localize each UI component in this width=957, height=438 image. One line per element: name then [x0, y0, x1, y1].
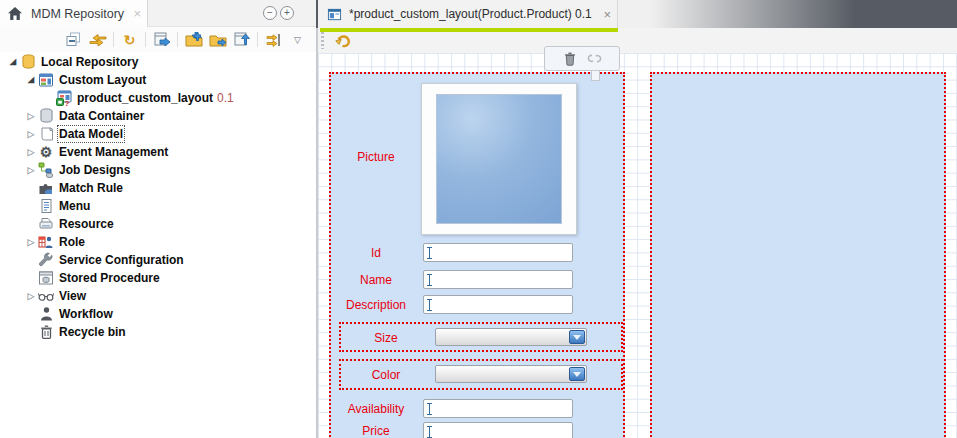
- expand-arrow-icon[interactable]: ◢: [6, 53, 20, 71]
- repository-tree: ◢ Local Repository ◢ Custom Layout ? pro…: [0, 52, 316, 341]
- tree-item-label: Menu: [59, 199, 90, 213]
- tree-item-label: Job Designs: [59, 163, 130, 177]
- layout-editor: *product_custom_layout(Product.Product) …: [318, 0, 957, 438]
- repository-panel: MDM Repository × − + ↻: [0, 0, 316, 438]
- picture-placeholder: [436, 94, 562, 224]
- expand-arrow-icon[interactable]: ▷: [24, 233, 38, 251]
- tree-item-label: Service Configuration: [59, 253, 184, 267]
- wrench-icon: [38, 252, 54, 268]
- id-field[interactable]: [423, 243, 573, 262]
- person-icon: [38, 306, 54, 322]
- expand-arrow-icon[interactable]: ▷: [24, 143, 38, 161]
- home-icon: [7, 6, 23, 21]
- export-folder-icon[interactable]: [207, 30, 228, 50]
- repository-view-header: MDM Repository × − +: [0, 0, 316, 27]
- expand-arrow-icon[interactable]: ◢: [24, 71, 38, 89]
- tree-item-recycle-bin[interactable]: Recycle bin: [0, 323, 316, 341]
- view-menu-icon[interactable]: ▽: [287, 30, 308, 50]
- stored-procedure-icon: [38, 270, 54, 286]
- tree-item-stored-procedure[interactable]: Stored Procedure: [0, 269, 316, 287]
- expand-arrow-icon[interactable]: ▷: [24, 107, 38, 125]
- close-icon[interactable]: ×: [133, 7, 141, 20]
- color-field-group[interactable]: Color: [339, 359, 623, 390]
- tree-item-label: Data Container: [59, 109, 144, 123]
- tab-mdm-repository[interactable]: MDM Repository ×: [0, 0, 148, 27]
- tree-item-match-rule[interactable]: Match Rule: [0, 179, 316, 197]
- expand-arrow-icon[interactable]: ▷: [24, 125, 38, 143]
- collapse-all-icon[interactable]: [63, 30, 84, 50]
- picture-widget[interactable]: [421, 83, 577, 235]
- name-field[interactable]: [423, 270, 573, 289]
- tree-item-event-management[interactable]: ▷ ⚙ Event Management: [0, 143, 316, 161]
- deploy-server-icon[interactable]: [151, 30, 172, 50]
- availability-field[interactable]: [423, 399, 573, 418]
- widget-action-palette: [544, 46, 620, 71]
- field-label-name: Name: [333, 273, 419, 287]
- palette-pointer: [591, 71, 600, 81]
- field-label-color: Color: [343, 368, 429, 382]
- link-with-editor-icon[interactable]: [87, 30, 108, 50]
- tree-item-local-repository[interactable]: ◢ Local Repository: [0, 53, 316, 71]
- size-field-group[interactable]: Size: [339, 322, 623, 352]
- expand-arrow-icon[interactable]: ▷: [24, 287, 38, 305]
- sync-server-icon[interactable]: [231, 30, 252, 50]
- filter-icon[interactable]: [263, 30, 284, 50]
- tree-item-label: Role: [59, 235, 85, 249]
- text-caret: [429, 426, 430, 438]
- tree-item-data-model[interactable]: ▷ Data Model: [0, 125, 316, 143]
- dropdown-arrow-icon[interactable]: [569, 367, 585, 381]
- tree-item-product-custom-layout[interactable]: ? product_custom_layout 0.1: [0, 89, 316, 107]
- tree-item-resource[interactable]: Resource: [0, 215, 316, 233]
- design-canvas[interactable]: Picture Id Name Description Size: [318, 53, 957, 438]
- glasses-icon: [38, 288, 54, 304]
- text-caret: [429, 247, 430, 259]
- text-caret: [429, 299, 430, 311]
- tree-item-view[interactable]: ▷ View: [0, 287, 316, 305]
- toolbar-drag-handle[interactable]: [321, 32, 324, 49]
- undo-icon[interactable]: [332, 31, 354, 51]
- tree-item-job-designs[interactable]: ▷ Job Designs: [0, 161, 316, 179]
- broken-link-icon[interactable]: [587, 51, 602, 66]
- editor-tabbar: *product_custom_layout(Product.Product) …: [318, 0, 957, 28]
- svg-text:?: ?: [65, 99, 70, 107]
- tree-item-label: product_custom_layout: [77, 91, 213, 105]
- dropdown-arrow-icon[interactable]: [569, 330, 585, 344]
- size-dropdown[interactable]: [435, 328, 587, 346]
- tree-item-label: Workflow: [59, 307, 113, 321]
- price-field[interactable]: [423, 422, 573, 438]
- tree-item-data-container[interactable]: ▷ Data Container: [0, 107, 316, 125]
- tree-item-service-configuration[interactable]: Service Configuration: [0, 251, 316, 269]
- close-icon[interactable]: ×: [603, 8, 611, 21]
- tree-item-role[interactable]: ▷ Role: [0, 233, 316, 251]
- layout-editor-icon: [327, 7, 342, 22]
- maximize-view-button[interactable]: +: [280, 6, 294, 20]
- tree-item-label: Match Rule: [59, 181, 123, 195]
- tab-product-custom-layout[interactable]: *product_custom_layout(Product.Product) …: [320, 0, 618, 28]
- tree-item-custom-layout[interactable]: ◢ Custom Layout: [0, 71, 316, 89]
- tree-item-label: Stored Procedure: [59, 271, 160, 285]
- field-label-id: Id: [333, 246, 419, 260]
- field-label-availability: Availability: [333, 402, 419, 416]
- role-icon: [38, 234, 54, 250]
- gear-icon: ⚙: [38, 144, 54, 160]
- application-window: MDM Repository × − + ↻: [0, 0, 957, 438]
- minimize-view-button[interactable]: −: [263, 6, 277, 20]
- tree-item-label: Event Management: [59, 145, 168, 159]
- import-folder-icon[interactable]: [183, 30, 204, 50]
- description-field[interactable]: [423, 295, 573, 314]
- form-panel-secondary[interactable]: [650, 72, 946, 438]
- tree-item-label: View: [59, 289, 86, 303]
- tree-item-menu[interactable]: Menu: [0, 197, 316, 215]
- delete-widget-icon[interactable]: [563, 51, 577, 66]
- field-label-description: Description: [333, 298, 419, 312]
- job-designs-icon: [38, 162, 54, 178]
- repository-tab-title: MDM Repository: [31, 7, 124, 21]
- editor-tab-title: *product_custom_layout(Product.Product) …: [349, 7, 592, 21]
- refresh-icon[interactable]: ↻: [119, 30, 140, 50]
- puzzle-icon: [38, 180, 54, 196]
- form-panel-main[interactable]: Picture Id Name Description Size: [329, 72, 625, 438]
- tree-item-label: Resource: [59, 217, 114, 231]
- tree-item-workflow[interactable]: Workflow: [0, 305, 316, 323]
- color-dropdown[interactable]: [435, 365, 587, 383]
- expand-arrow-icon[interactable]: ▷: [24, 161, 38, 179]
